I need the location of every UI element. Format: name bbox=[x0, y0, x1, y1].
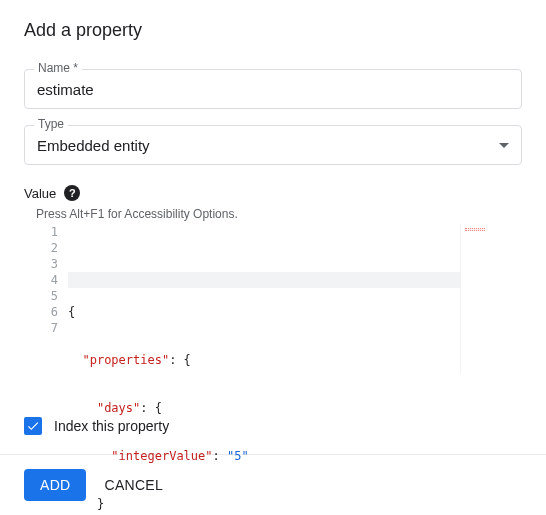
name-field-wrap: Name * bbox=[24, 69, 522, 109]
index-checkbox[interactable] bbox=[24, 417, 42, 435]
json-key: "integerValue" bbox=[111, 449, 212, 463]
line-number: 3 bbox=[24, 256, 58, 272]
help-icon[interactable]: ? bbox=[64, 185, 80, 201]
brace: } bbox=[97, 497, 104, 511]
line-number: 4 bbox=[24, 272, 58, 288]
add-property-dialog: Add a property Name * Type Embedded enti… bbox=[0, 0, 546, 435]
dropdown-arrow-icon bbox=[499, 143, 509, 148]
line-number: 6 bbox=[24, 304, 58, 320]
line-number: 5 bbox=[24, 288, 58, 304]
name-input[interactable] bbox=[24, 69, 522, 109]
minimap-highlight bbox=[465, 228, 485, 231]
type-field-wrap: Type Embedded entity bbox=[24, 125, 522, 165]
type-select[interactable]: Embedded entity bbox=[24, 125, 522, 165]
line-number: 2 bbox=[24, 240, 58, 256]
code-area[interactable]: { "properties": { "days": { "integerValu… bbox=[68, 224, 522, 373]
accessibility-hint: Press Alt+F1 for Accessibility Options. bbox=[36, 207, 522, 221]
value-header: Value ? bbox=[24, 185, 522, 201]
brace: { bbox=[68, 305, 75, 319]
type-label: Type bbox=[34, 117, 68, 131]
json-key: "properties" bbox=[82, 353, 169, 367]
dialog-title: Add a property bbox=[24, 20, 522, 41]
checkmark-icon bbox=[26, 419, 40, 433]
line-number: 7 bbox=[24, 320, 58, 336]
line-gutter: 1 2 3 4 5 6 7 bbox=[24, 224, 68, 373]
line-number: 1 bbox=[24, 224, 58, 240]
json-value: "5" bbox=[227, 449, 249, 463]
json-key: "days" bbox=[97, 401, 140, 415]
type-value: Embedded entity bbox=[37, 137, 150, 154]
name-label: Name * bbox=[34, 61, 82, 75]
code-editor[interactable]: 1 2 3 4 5 6 7 { "properties": { "days": … bbox=[24, 223, 522, 373]
value-label: Value bbox=[24, 186, 56, 201]
